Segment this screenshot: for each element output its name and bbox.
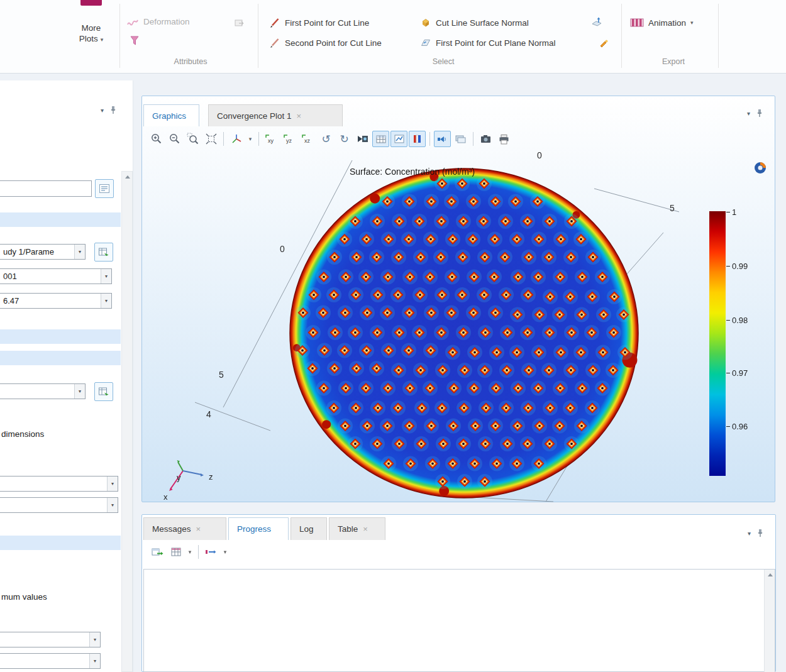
plot-canvas[interactable] <box>143 154 775 502</box>
section-header[interactable] <box>0 329 121 344</box>
dropdown-icon[interactable]: ▾ <box>101 294 111 308</box>
tab-table[interactable]: Table × <box>329 517 385 540</box>
value-combo-1[interactable]: ▾ <box>0 632 101 647</box>
tab-log[interactable]: Log <box>291 517 327 540</box>
section-header[interactable] <box>0 212 121 227</box>
zoom-extents-button[interactable] <box>202 131 219 147</box>
parameter-combo-1-value: 001 <box>0 269 101 284</box>
print-button[interactable] <box>495 131 512 147</box>
tab-messages[interactable]: Messages × <box>143 517 226 540</box>
view-xz-button[interactable]: xz <box>299 131 316 147</box>
dropdown-icon[interactable]: ▾ <box>101 269 111 284</box>
rotate-counterclockwise-button[interactable]: ↺ <box>318 131 335 147</box>
zoom-box-button[interactable] <box>184 131 201 147</box>
zoom-out-button[interactable] <box>166 131 183 147</box>
deformation-button[interactable]: Deformation <box>126 17 190 26</box>
panel-menu-icon[interactable]: ▾ <box>101 107 104 114</box>
expression-list-button[interactable] <box>95 179 114 198</box>
filter-button[interactable] <box>130 35 145 50</box>
panel-menu-icon[interactable]: ▾ <box>748 530 751 537</box>
view-yz-button[interactable]: yz <box>281 131 298 147</box>
scroll-up-button[interactable] <box>122 175 133 187</box>
parameter-combo-1[interactable]: 001 ▾ <box>0 268 112 284</box>
dropdown-icon: ▾ <box>249 136 252 142</box>
tab-progress[interactable]: Progress <box>228 517 289 540</box>
scroll-up-button[interactable] <box>765 573 775 584</box>
auto-scroll-menu-button[interactable]: ▾ <box>221 544 230 560</box>
pin-icon[interactable] <box>756 109 763 118</box>
progress-scrollbar[interactable] <box>764 570 775 672</box>
dropdown-icon[interactable]: ▾ <box>74 245 85 259</box>
animation-icon <box>630 18 644 28</box>
first-point-cut-plane-normal-button[interactable]: First Point for Cut Plane Normal <box>420 37 556 48</box>
copy-image-button[interactable] <box>452 131 469 147</box>
view-xz-icon: xz <box>304 138 311 144</box>
panel-menu-icon[interactable]: ▾ <box>747 110 750 117</box>
settings-text-input[interactable] <box>0 180 92 197</box>
auto-scroll-button[interactable] <box>202 544 219 560</box>
axis-tick-label: 0 <box>537 150 542 160</box>
select-mode-button[interactable] <box>434 131 451 147</box>
tab-graphics[interactable]: Graphics <box>143 104 199 126</box>
scroll-up-icon <box>125 175 130 179</box>
unit-combo-2[interactable]: ▾ <box>0 497 118 513</box>
close-icon[interactable]: × <box>363 524 368 534</box>
y-axis-arrow-icon <box>177 460 180 463</box>
rotate-clockwise-button[interactable]: ↻ <box>336 131 353 147</box>
z-axis-label: z <box>209 472 213 482</box>
value-combo-2[interactable]: ▾ <box>0 653 101 669</box>
show-plot-frame-button[interactable] <box>390 131 407 147</box>
tab-progress-label: Progress <box>237 524 271 534</box>
tab-convergence-plot[interactable]: Convergence Plot 1 × <box>208 104 343 126</box>
more-plots-label-2: Plots <box>79 34 98 43</box>
sidebar-scrollbar[interactable] <box>121 171 133 672</box>
colorbar-tick-mark <box>726 212 730 212</box>
cut-plane-point-button[interactable] <box>588 14 605 30</box>
dropdown-icon[interactable]: ▾ <box>89 632 100 647</box>
plot-frame-icon <box>394 134 405 144</box>
pin-icon[interactable] <box>110 106 116 114</box>
toolbar-separator <box>429 132 430 146</box>
axis-tick-label: 5 <box>670 203 675 213</box>
dropdown-icon[interactable]: ▾ <box>74 384 85 399</box>
zoom-in-button[interactable] <box>148 131 165 147</box>
second-point-cut-line-label: Second Point for Cut Line <box>285 38 382 48</box>
section-header[interactable] <box>0 536 121 550</box>
section-header[interactable] <box>0 351 121 365</box>
parameter-combo-2[interactable]: 6.47 ▾ <box>0 293 112 309</box>
dropdown-icon[interactable]: ▾ <box>107 498 118 512</box>
dropdown-icon[interactable]: ▾ <box>89 654 100 668</box>
close-icon[interactable]: × <box>297 111 302 121</box>
show-legend-button[interactable] <box>409 131 426 147</box>
table-options-menu-button[interactable]: ▾ <box>185 544 194 560</box>
unit-combo-1[interactable]: ▾ <box>0 476 118 492</box>
snapshot-button[interactable] <box>477 131 494 147</box>
cut-plane-normal-button[interactable] <box>595 35 612 52</box>
dropdown-icon[interactable]: ▾ <box>107 476 118 491</box>
table-options-button[interactable] <box>167 544 184 560</box>
colorbar-tick-label: 0.98 <box>732 316 748 325</box>
animation-button[interactable]: Animation ▾ <box>630 18 694 28</box>
deformation-extra-button[interactable] <box>231 15 248 31</box>
more-plots-button[interactable]: More Plots ▾ <box>65 0 117 57</box>
first-point-cut-line-button[interactable]: First Point for Cut Line <box>269 17 369 28</box>
plot-insert-icon <box>234 18 245 29</box>
deformation-icon <box>126 18 139 26</box>
replace-expression-button[interactable] <box>94 382 113 401</box>
show-grid-button[interactable] <box>372 131 389 147</box>
graphics-toolbar: ▾ xy yz xz ↺ ↻ <box>147 131 513 147</box>
detach-window-button[interactable] <box>149 544 166 560</box>
close-icon[interactable]: × <box>196 524 201 534</box>
cut-plane-icon <box>420 37 431 48</box>
view-menu-button[interactable]: ▾ <box>246 131 255 147</box>
expression-combo[interactable]: ▾ <box>0 383 86 399</box>
go-to-default-view-button[interactable] <box>228 131 245 147</box>
go-to-source-button[interactable] <box>94 243 113 262</box>
scene-light-button[interactable] <box>354 131 371 147</box>
pin-icon[interactable] <box>757 529 763 537</box>
second-point-cut-line-button[interactable]: Second Point for Cut Line <box>269 37 382 48</box>
cut-line-surface-normal-button[interactable]: Cut Line Surface Normal <box>420 17 529 28</box>
parameter-combo-2-value: 6.47 <box>0 294 101 308</box>
dataset-combo[interactable]: udy 1/Parame ▾ <box>0 244 86 260</box>
view-xy-button[interactable]: xy <box>263 131 280 147</box>
